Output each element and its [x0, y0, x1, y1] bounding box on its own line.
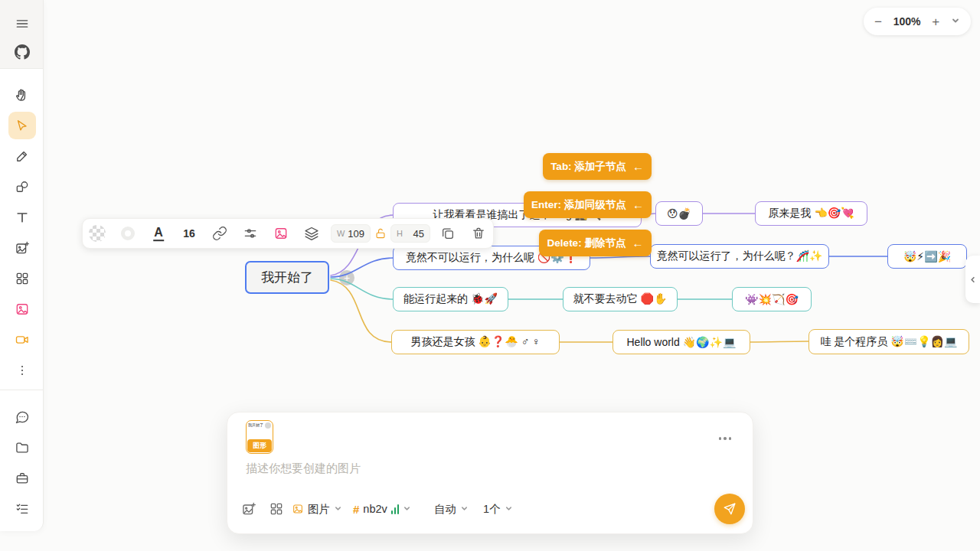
tooltip-delete-node: Delete: 删除节点 ← — [539, 230, 652, 256]
count-label: 1个 — [483, 502, 501, 517]
github-button[interactable] — [8, 38, 36, 66]
tooltip-label: Tab: 添加子节点 — [550, 160, 626, 174]
mindmap-node[interactable]: 竟然可以运行了，为什么呢？🎢✨ — [650, 244, 829, 269]
paper-plane-icon — [723, 502, 737, 516]
attachment-remove-icon[interactable] — [265, 422, 271, 429]
briefcase-icon — [15, 471, 30, 486]
chevron-down-icon — [403, 504, 411, 513]
lock-icon — [374, 227, 387, 240]
mindmap-node[interactable]: 👾💥🏹🎯 — [732, 287, 812, 311]
zoom-in-button[interactable]: + — [932, 15, 939, 28]
select-tool-button[interactable] — [8, 112, 36, 139]
zoom-out-button[interactable]: − — [874, 15, 882, 28]
chevron-down-icon — [951, 16, 960, 25]
chevron-down-icon — [505, 504, 513, 513]
mode-label: 自动 — [434, 502, 456, 517]
layers-icon — [304, 226, 319, 241]
stroke-color-button[interactable] — [121, 227, 135, 240]
left-arrow-icon: ← — [632, 236, 643, 249]
shapes-icon — [15, 179, 30, 194]
templates-button[interactable] — [269, 501, 284, 517]
panel-collapse-handle[interactable] — [965, 256, 980, 303]
transparency-swatch-icon — [89, 225, 106, 242]
toolbox-button[interactable] — [8, 465, 36, 492]
text-color-icon: A — [153, 226, 164, 241]
pencil-tool-button[interactable] — [8, 142, 36, 170]
image-icon — [15, 302, 30, 317]
pencil-icon — [15, 148, 30, 164]
hand-tool-button[interactable] — [8, 81, 36, 109]
more-tools-button[interactable] — [8, 357, 36, 384]
grid-icon — [269, 501, 284, 517]
add-node-handle[interactable]: + — [339, 270, 354, 285]
text-tool-button[interactable] — [8, 204, 36, 231]
folder-button[interactable] — [8, 434, 36, 461]
width-value: 109 — [348, 228, 364, 240]
mindmap-node[interactable]: Hello world 👋🌍✨💻 — [612, 330, 750, 354]
height-value: 45 — [413, 228, 424, 240]
mindmap-node[interactable]: 男孩还是女孩 👶❓🐣 ♂ ♀ — [391, 330, 560, 354]
mindmap-root-node[interactable]: 我开始了 — [245, 261, 329, 294]
canvas[interactable]: + 我开始了 让我看看是谁搞出了这个 bug 🕵️‍♂️🔍 😯💣 原来是我 👈🎯… — [0, 0, 980, 551]
fill-transparent-button[interactable] — [89, 225, 106, 242]
image-icon — [292, 503, 304, 515]
mindmap-node[interactable]: 原来是我 👈🎯💘 — [755, 201, 867, 226]
mode-select[interactable]: 自动 — [434, 501, 469, 517]
mindmap-node[interactable]: 🤯⚡➡️🎉 — [887, 244, 967, 269]
height-field[interactable]: H 45 — [390, 224, 430, 243]
frames-icon — [15, 271, 30, 286]
cursor-icon — [15, 118, 30, 133]
layers-button[interactable] — [304, 226, 319, 241]
zoom-menu-button[interactable] — [951, 15, 960, 28]
aspect-lock-button[interactable] — [374, 227, 387, 240]
tooltip-enter-add-sibling: Enter: 添加同级节点 ← — [524, 191, 652, 218]
attachment-thumbnail[interactable]: 我开始了 图形 — [246, 420, 273, 454]
left-arrow-icon: ← — [632, 198, 644, 211]
video-camera-icon — [15, 332, 30, 347]
video-tool-button[interactable] — [8, 326, 36, 354]
hamburger-icon — [15, 16, 30, 31]
model-select[interactable]: # nb2v — [353, 501, 411, 517]
copy-icon — [441, 227, 456, 241]
zoom-toolbar: − 100% + — [864, 8, 971, 35]
tooltip-label: Delete: 删除节点 — [547, 236, 626, 250]
insert-image-tool-button[interactable] — [8, 234, 36, 262]
attachment-type-badge: 图形 — [247, 439, 272, 452]
send-button[interactable] — [714, 494, 745, 524]
link-button[interactable] — [212, 226, 227, 241]
text-icon — [15, 210, 30, 225]
left-arrow-icon: ← — [632, 160, 644, 173]
duplicate-button[interactable] — [441, 227, 456, 241]
image-add-icon — [241, 501, 256, 517]
hand-icon — [15, 87, 30, 103]
font-size-value: 16 — [183, 227, 195, 240]
media-tool-button[interactable] — [8, 295, 36, 323]
menu-button[interactable] — [8, 10, 36, 37]
media-type-label: 图片 — [308, 502, 330, 517]
tasks-button[interactable] — [8, 495, 36, 523]
more-options-button[interactable] — [719, 437, 732, 440]
dots-vertical-icon — [15, 363, 30, 378]
shapes-tool-button[interactable] — [8, 173, 36, 201]
prompt-input[interactable]: 描述你想要创建的图片 — [246, 461, 361, 476]
media-type-select[interactable]: 图片 — [292, 501, 342, 517]
width-field[interactable]: W 109 — [331, 224, 371, 243]
mindmap-node[interactable]: 就不要去动它 🛑✋ — [563, 287, 678, 311]
signal-bars-icon — [391, 504, 400, 514]
mindmap-node[interactable]: 能运行起来的 🐞🚀 — [393, 287, 508, 311]
chevron-left-icon — [969, 276, 977, 284]
chat-button[interactable] — [8, 403, 36, 431]
font-size-button[interactable]: 16 — [183, 227, 195, 240]
frame-tool-button[interactable] — [8, 265, 36, 292]
chat-bubble-icon — [15, 409, 30, 425]
count-select[interactable]: 1个 — [483, 501, 513, 517]
adjust-button[interactable] — [243, 226, 258, 241]
add-image-button[interactable] — [241, 501, 256, 517]
delete-button[interactable] — [472, 227, 486, 241]
text-color-button[interactable]: A — [153, 226, 164, 241]
tooltip-tab-add-child: Tab: 添加子节点 ← — [543, 153, 652, 180]
image-style-button[interactable] — [273, 226, 289, 241]
mindmap-node[interactable]: 😯💣 — [655, 201, 703, 226]
hash-icon: # — [353, 503, 359, 516]
mindmap-node[interactable]: 哇 是个程序员 🤯⌨️💡👩💻 — [808, 329, 969, 354]
